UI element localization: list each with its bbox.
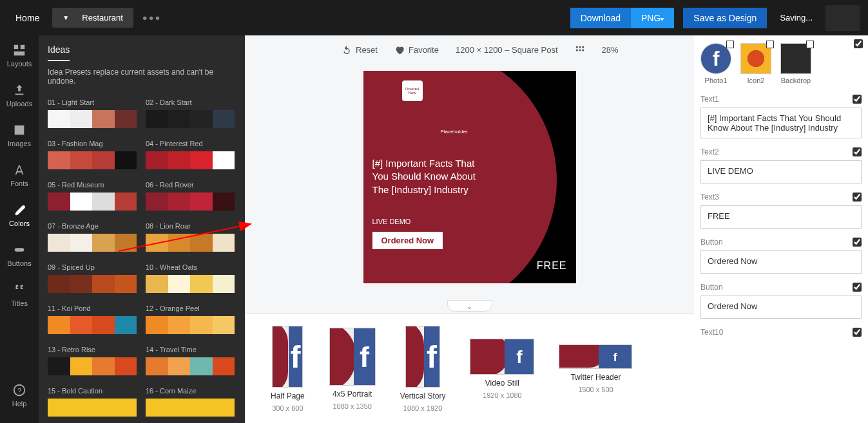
- canvas-preview[interactable]: Ordered Now Placeholder [#] Important Fa…: [363, 71, 576, 283]
- headline-text: [#] Important Facts That You Should Know…: [372, 157, 482, 196]
- color-swatch: [168, 357, 191, 375]
- rail-layouts[interactable]: Layouts: [7, 43, 32, 68]
- color-swatch: [168, 151, 191, 169]
- palette-label: 15 - Bold Caution: [48, 387, 137, 395]
- zoom-level[interactable]: 28%: [602, 45, 619, 55]
- palette-label: 05 - Red Museum: [48, 181, 137, 189]
- rail-buttons[interactable]: Buttons: [7, 243, 31, 267]
- svg-rect-3: [15, 248, 24, 252]
- download-button[interactable]: Download: [570, 8, 631, 28]
- asset-checkbox[interactable]: [726, 41, 734, 48]
- palette-preset[interactable]: 15 - Bold Caution: [48, 387, 137, 417]
- field-input[interactable]: [#] Important Facts That You Should Know…: [700, 108, 862, 138]
- tool-rail: Layouts Uploads Images Fonts Colors Butt…: [0, 35, 39, 423]
- color-swatch: [190, 110, 213, 128]
- palette-preset[interactable]: 12 - Orange Peel: [146, 305, 235, 334]
- color-swatch: [92, 316, 115, 334]
- more-menu-icon[interactable]: ●●●: [142, 13, 162, 23]
- asset-thumbnail[interactable]: Icon2: [740, 43, 771, 84]
- svg-rect-8: [582, 46, 584, 48]
- palette-label: 08 - Lion Roar: [146, 222, 235, 230]
- canvas-toolbar: Reset Favorite 1200 × 1200 – Square Post…: [245, 35, 694, 64]
- palette-label: 01 - Light Start: [48, 99, 137, 106]
- field-checkbox[interactable]: [853, 147, 862, 156]
- format-dropdown[interactable]: PNG▾: [631, 8, 674, 28]
- color-swatch: [213, 275, 235, 293]
- color-swatch: [48, 151, 70, 169]
- color-swatch: [48, 193, 70, 211]
- palette-label: 13 - Retro Rise: [48, 346, 137, 353]
- asset-thumbnail[interactable]: fPhoto1: [700, 43, 731, 84]
- field-checkbox[interactable]: [853, 95, 862, 104]
- field-label: Text1: [700, 95, 862, 104]
- color-swatch: [146, 151, 168, 169]
- palette-preset[interactable]: 11 - Koi Pond: [48, 305, 137, 334]
- color-swatch: [70, 316, 93, 334]
- color-swatch: [146, 275, 168, 293]
- rail-titles[interactable]: Titles: [11, 283, 28, 307]
- asset-thumbnail[interactable]: Backdrop: [780, 43, 811, 84]
- size-preset[interactable]: fVideo Still1920 x 1080: [470, 339, 534, 399]
- rail-colors[interactable]: Colors: [9, 203, 30, 227]
- home-link[interactable]: Home: [8, 8, 47, 28]
- palette-preset[interactable]: 08 - Lion Roar: [146, 222, 235, 252]
- palette-preset[interactable]: 06 - Red Rover: [146, 181, 235, 211]
- field-input[interactable]: LIVE DEMO: [700, 160, 862, 183]
- rail-uploads[interactable]: Uploads: [6, 83, 32, 108]
- field-label: Button: [700, 238, 862, 247]
- rail-label: Colors: [9, 220, 30, 227]
- color-swatch: [70, 234, 93, 252]
- assets-master-checkbox[interactable]: [854, 39, 863, 48]
- color-swatch: [92, 193, 115, 211]
- rail-help[interactable]: ? Help: [12, 383, 27, 408]
- rail-label: Help: [12, 400, 27, 408]
- color-swatch: [168, 316, 191, 334]
- asset-checkbox[interactable]: [806, 41, 814, 48]
- collapse-handle[interactable]: ⌄: [447, 300, 492, 312]
- field-checkbox[interactable]: [853, 238, 862, 247]
- palette-preset[interactable]: 09 - Spiced Up: [48, 263, 137, 293]
- color-swatch: [146, 234, 168, 252]
- field-input[interactable]: Ordered Now: [700, 250, 862, 274]
- palette-preset[interactable]: 13 - Retro Rise: [48, 346, 137, 375]
- palette-label: 16 - Corn Maize: [146, 387, 235, 395]
- field-checkbox[interactable]: [853, 328, 862, 337]
- palette-preset[interactable]: 03 - Fashion Mag: [48, 140, 137, 169]
- rail-images[interactable]: Images: [8, 123, 31, 147]
- palette-preset[interactable]: 02 - Dark Start: [146, 99, 235, 128]
- save-as-design-button[interactable]: Save as Design: [683, 8, 767, 28]
- palette-label: 04 - Pinterest Red: [146, 140, 235, 147]
- color-swatch: [70, 399, 93, 417]
- palette-preset[interactable]: 07 - Bronze Age: [48, 222, 137, 252]
- reset-button[interactable]: Reset: [342, 45, 378, 55]
- palette-preset[interactable]: 14 - Travel Time: [146, 346, 235, 375]
- palette-preset[interactable]: 16 - Corn Maize: [146, 387, 235, 417]
- user-avatar[interactable]: [825, 5, 860, 31]
- color-swatch: [146, 399, 168, 417]
- rail-fonts[interactable]: Fonts: [10, 163, 28, 187]
- size-preset[interactable]: fVertical Story1080 x 1920: [400, 326, 446, 412]
- sidebar-tab-ideas[interactable]: Ideas: [48, 44, 70, 61]
- palette-preset[interactable]: 04 - Pinterest Red: [146, 140, 235, 169]
- color-swatch: [48, 399, 70, 417]
- size-name: Vertical Story: [400, 391, 446, 400]
- size-preset[interactable]: fHalf Page300 x 600: [271, 326, 305, 412]
- badge: Ordered Now: [402, 80, 423, 101]
- svg-text:?: ?: [17, 387, 21, 395]
- grid-toggle-icon[interactable]: [575, 45, 585, 55]
- size-preset[interactable]: fTwitter Header1500 x 500: [559, 344, 632, 393]
- field-input[interactable]: Ordered Now: [700, 296, 862, 319]
- project-dropdown[interactable]: ▼ Restaurant: [52, 8, 133, 28]
- field-checkbox[interactable]: [853, 193, 862, 202]
- palette-label: 07 - Bronze Age: [48, 222, 137, 230]
- palette-preset[interactable]: 05 - Red Museum: [48, 181, 137, 211]
- asset-checkbox[interactable]: [766, 41, 774, 48]
- palette-preset[interactable]: 10 - Wheat Oats: [146, 263, 235, 293]
- size-name: Half Page: [271, 391, 305, 400]
- field-checkbox[interactable]: [853, 283, 862, 292]
- field-input[interactable]: FREE: [700, 205, 862, 229]
- palette-preset[interactable]: 01 - Light Start: [48, 99, 137, 128]
- properties-panel: fPhoto1Icon2Backdrop Text1[#] Important …: [694, 35, 868, 423]
- favorite-button[interactable]: Favorite: [394, 45, 439, 55]
- size-preset[interactable]: f4x5 Portrait1080 x 1350: [329, 328, 376, 410]
